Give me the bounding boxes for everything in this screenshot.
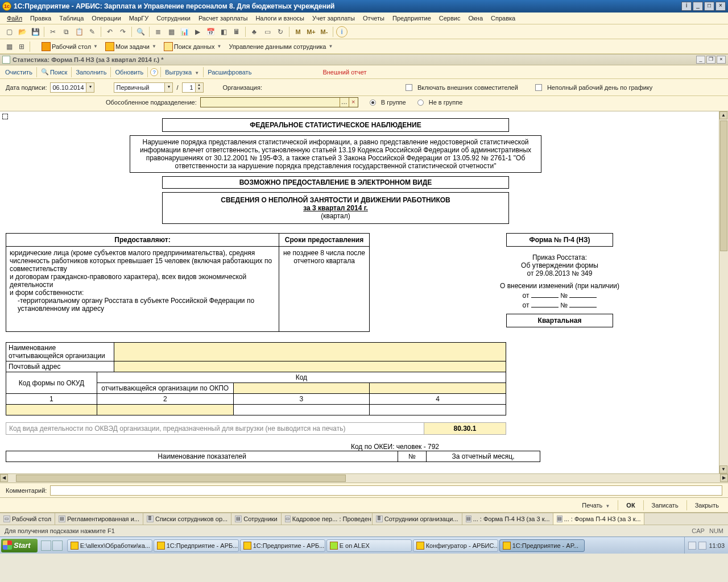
paste-icon[interactable]: 📋 (73, 26, 85, 38)
ok-button[interactable]: ОК (623, 501, 638, 510)
decode-button[interactable]: Расшифровать (206, 68, 253, 77)
fill-button[interactable]: Заполнить (74, 68, 108, 77)
subdivision-input[interactable]: … × (200, 97, 358, 107)
clear-button[interactable]: Очистить (3, 68, 34, 77)
menu-ops[interactable]: Операции (88, 14, 124, 23)
task-1c-3[interactable]: 1С:Предприятие - АР... (499, 539, 585, 552)
org-name-cell[interactable] (114, 343, 506, 361)
scroll-left-icon[interactable]: ◀ (0, 474, 8, 482)
tab-form1[interactable]: ▤... : Форма П-4 НЗ (за 3 к... (462, 513, 553, 525)
chevron-down-icon[interactable]: ▾ (164, 83, 172, 92)
list-icon[interactable]: ≣ (152, 26, 164, 38)
report-icon[interactable]: 📊 (179, 26, 190, 38)
menu-table[interactable]: Таблица (56, 14, 87, 23)
break-icon[interactable]: ⊞ (16, 41, 27, 52)
tab-emp[interactable]: ▤Сотрудники (231, 513, 282, 525)
print-button[interactable]: Печать ▼ (578, 501, 613, 510)
vertical-scrollbar[interactable]: ▲ ▼ (719, 111, 728, 473)
nav-search[interactable]: Поиск данных▼ (161, 40, 225, 53)
task-explorer[interactable]: E:\allexx\Обработки\ка... (67, 539, 152, 552)
undo-icon[interactable]: ↶ (104, 26, 115, 38)
refresh-icon[interactable]: ↻ (275, 26, 286, 38)
menu-service[interactable]: Сервис (436, 14, 464, 23)
include-external-checkbox[interactable] (406, 84, 412, 91)
menu-taxes[interactable]: Налоги и взносы (252, 14, 308, 23)
navigate-icon[interactable]: ◧ (218, 26, 229, 38)
tab-form2[interactable]: ▤... : Форма П-4 НЗ (за 3 к... (553, 513, 644, 525)
grid-icon[interactable]: ▦ (166, 26, 177, 38)
desktop-ql-icon[interactable] (52, 541, 63, 551)
save-icon[interactable]: 💾 (30, 26, 41, 38)
syshelp-icon[interactable]: i (681, 2, 692, 11)
in-group-radio[interactable] (370, 99, 376, 106)
address-cell[interactable] (114, 361, 506, 372)
menu-margu[interactable]: МарГУ (126, 14, 152, 23)
menu-reports[interactable]: Отчеты (359, 14, 388, 23)
report-canvas[interactable]: ФЕДЕРАЛЬНОЕ СТАТИСТИЧЕСКОЕ НАБЛЮДЕНИЕ На… (0, 111, 728, 483)
find-button[interactable]: 🔍 Поиск (39, 67, 69, 77)
play-icon[interactable]: ▶ (192, 26, 203, 38)
task-1c-1[interactable]: 1С:Предприятие - АРБ... (154, 539, 239, 552)
home-icon[interactable]: ▦ (3, 41, 15, 52)
redo-icon[interactable]: ↷ (117, 26, 129, 38)
menu-employees[interactable]: Сотрудники (153, 14, 194, 23)
tab-desktop[interactable]: ▭Рабочий стол (0, 513, 55, 525)
okpo-value[interactable] (97, 405, 233, 415)
parttime-checkbox[interactable] (535, 84, 542, 91)
open-icon[interactable]: 📂 (16, 26, 28, 38)
new-icon[interactable]: ▢ (3, 26, 15, 38)
corner-handle[interactable] (2, 114, 8, 119)
maximize-button[interactable]: □ (704, 2, 714, 11)
calc-icon[interactable]: 🖩 (231, 26, 242, 38)
type-select[interactable]: Первичный ▾ (114, 82, 173, 93)
code-cell-3[interactable] (233, 383, 370, 394)
menu-accounting[interactable]: Учет зарплаты (309, 14, 358, 23)
write-button[interactable]: Записать (648, 501, 682, 510)
scroll-down-icon[interactable]: ▼ (719, 465, 727, 473)
nav-manage-employee[interactable]: Управление данными сотрудника▼ (226, 41, 336, 52)
menu-edit[interactable]: Правка (27, 14, 55, 23)
task-eon[interactable]: E on ALEX (326, 539, 412, 552)
book-icon[interactable]: ▭ (262, 26, 273, 38)
scroll-thumb-v[interactable] (720, 120, 727, 251)
horizontal-scrollbar[interactable]: ◀ ▶ (0, 473, 728, 483)
scale-mminus-button[interactable]: M- (318, 26, 330, 38)
scroll-up-icon[interactable]: ▲ (719, 111, 727, 119)
okud-value[interactable] (6, 405, 97, 415)
sub-min-button[interactable]: _ (696, 56, 705, 64)
close-button[interactable]: × (715, 2, 726, 11)
menu-enterprise[interactable]: Предприятие (389, 14, 435, 23)
copy-icon[interactable]: ⧉ (60, 26, 72, 38)
tab-reg[interactable]: ▤Регламентированная и... (55, 513, 143, 525)
ie-icon[interactable] (41, 541, 51, 551)
minimize-button[interactable]: _ (693, 2, 703, 11)
nav-tasks[interactable]: Мои задачи▼ (102, 40, 159, 53)
refresh-button[interactable]: Обновить (113, 68, 145, 77)
comment-input[interactable] (50, 485, 722, 496)
question-icon[interactable]: ? (150, 68, 158, 76)
clear-x-icon[interactable]: × (349, 98, 358, 107)
menu-payroll[interactable]: Расчет зарплаты (195, 14, 251, 23)
tree-icon[interactable]: ♣ (249, 26, 260, 38)
tab-emp-org[interactable]: ≣Сотрудники организаци... (373, 513, 462, 525)
not-in-group-radio[interactable] (417, 99, 424, 106)
help-icon[interactable]: i (336, 26, 348, 38)
tray-icon-2[interactable] (698, 542, 706, 550)
cut-icon[interactable]: ✂ (47, 26, 59, 38)
calendar-dd-icon[interactable]: ▾ (86, 83, 94, 92)
scroll-thumb-h[interactable] (16, 475, 346, 482)
number-input[interactable]: 1 ▲▼ (182, 82, 204, 93)
close-doc-button[interactable]: Закрыть (692, 501, 722, 510)
ellipsis-icon[interactable]: … (340, 98, 349, 107)
brush-icon[interactable]: ✎ (86, 26, 98, 38)
scroll-right-icon[interactable]: ▶ (720, 474, 728, 482)
sign-date-input[interactable]: 06.10.2014 ▾ (50, 82, 94, 93)
okved-value[interactable]: 80.30.1 (424, 422, 506, 435)
sub-restore-button[interactable]: ❐ (706, 56, 715, 64)
scale-mplus-button[interactable]: M+ (305, 26, 317, 38)
task-1c-2[interactable]: 1С:Предприятие - АРБ... (240, 539, 325, 552)
menu-file[interactable]: Файл (3, 14, 26, 23)
start-button[interactable]: Start (1, 539, 38, 552)
menu-help[interactable]: Справка (487, 14, 519, 23)
scale-m-button[interactable]: M (292, 26, 304, 38)
